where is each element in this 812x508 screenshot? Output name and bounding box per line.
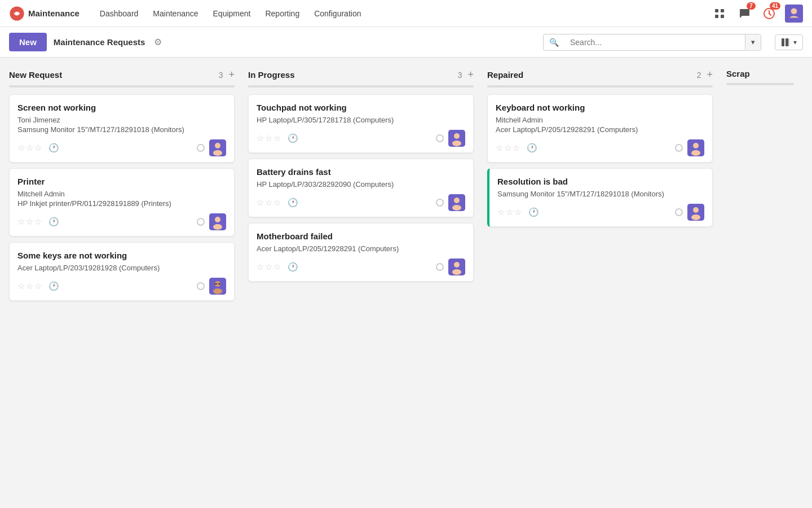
col-add-in-progress[interactable]: + (467, 69, 474, 81)
card-footer-left: ☆ ☆ ☆ 🕐 (257, 262, 298, 272)
app-logo[interactable]: Maintenance (9, 6, 80, 21)
star-1[interactable]: ☆ (17, 281, 25, 291)
card-footer-right (436, 130, 465, 147)
settings-icon[interactable]: ⚙ (154, 37, 162, 47)
card-footer-right (675, 139, 704, 156)
svg-rect-10 (789, 17, 798, 23)
card-stars[interactable]: ☆ ☆ ☆ (496, 143, 520, 153)
star-2[interactable]: ☆ (265, 198, 272, 208)
card-stars[interactable]: ☆ ☆ ☆ (257, 198, 281, 208)
star-3[interactable]: ☆ (34, 143, 42, 153)
star-3[interactable]: ☆ (34, 217, 42, 227)
svg-point-30 (452, 205, 461, 211)
card-title: Motherboard failed (257, 231, 465, 241)
star-1[interactable]: ☆ (17, 143, 25, 153)
card-avatar (448, 259, 465, 275)
star-2[interactable]: ☆ (26, 143, 33, 153)
card-motherboard[interactable]: Motherboard failed Acer Laptop/LP/205/12… (248, 223, 474, 282)
card-radio[interactable] (675, 208, 683, 216)
search-dropdown-btn[interactable]: ▾ (745, 34, 761, 50)
grid-icon-btn[interactable] (710, 5, 729, 23)
topnav-right: 7 41 (710, 5, 803, 23)
star-2[interactable]: ☆ (26, 217, 33, 227)
chat-icon-btn[interactable]: 7 (735, 5, 753, 23)
card-clock[interactable]: 🕐 (288, 133, 298, 143)
card-radio[interactable] (436, 134, 444, 142)
col-header-scrap: Scrap (726, 69, 794, 78)
svg-rect-4 (715, 15, 718, 18)
nav-equipment[interactable]: Equipment (206, 6, 258, 21)
card-some-keys[interactable]: Some keys are not working Acer Laptop/LP… (9, 242, 235, 301)
star-1[interactable]: ☆ (496, 143, 503, 153)
new-button[interactable]: New (9, 33, 47, 51)
card-stars[interactable]: ☆ ☆ ☆ (257, 133, 281, 143)
card-touchpad[interactable]: Touchpad not working HP Laptop/LP/305/17… (248, 94, 474, 153)
svg-point-1 (15, 12, 19, 15)
card-clock[interactable]: 🕐 (527, 143, 537, 153)
card-clock[interactable]: 🕐 (528, 207, 539, 217)
card-printer[interactable]: Printer Mitchell Admin HP Inkjet printer… (9, 168, 235, 237)
star-1[interactable]: ☆ (257, 198, 264, 208)
card-footer-left: ☆ ☆ ☆ 🕐 (257, 198, 298, 208)
star-2[interactable]: ☆ (265, 262, 272, 272)
card-equipment: Acer Laptop/LP/205/12928291 (Computers) (496, 125, 704, 134)
card-screen-not-working[interactable]: Screen not working Toni Jimenez Samsung … (9, 94, 235, 163)
card-clock[interactable]: 🕐 (48, 217, 59, 227)
svg-point-19 (213, 224, 222, 230)
card-clock[interactable]: 🕐 (288, 262, 298, 272)
card-radio[interactable] (675, 144, 683, 152)
star-3[interactable]: ☆ (273, 198, 281, 208)
card-radio[interactable] (197, 218, 205, 226)
star-1[interactable]: ☆ (497, 207, 505, 217)
col-add-new-request[interactable]: + (228, 69, 235, 81)
view-switcher[interactable]: ▾ (775, 34, 803, 50)
star-3[interactable]: ☆ (273, 133, 281, 143)
card-clock[interactable]: 🕐 (48, 281, 59, 291)
col-header-in-progress: In Progress 3 + (248, 69, 474, 81)
star-2[interactable]: ☆ (506, 207, 513, 217)
card-equipment: Samsung Monitor 15"/MT/127/18291018 (Mon… (497, 190, 704, 198)
star-2[interactable]: ☆ (504, 143, 511, 153)
nav-configuration[interactable]: Configuration (307, 6, 368, 21)
top-navbar: Maintenance Dashboard Maintenance Equipm… (0, 0, 812, 27)
card-stars[interactable]: ☆ ☆ ☆ (497, 207, 522, 217)
search-bar: 🔍 ▾ (543, 34, 761, 51)
nav-maintenance[interactable]: Maintenance (146, 6, 205, 21)
col-progress-in-progress (248, 85, 474, 87)
svg-point-26 (454, 133, 460, 139)
card-radio[interactable] (197, 144, 205, 152)
star-3[interactable]: ☆ (513, 143, 520, 153)
card-assignee: Toni Jimenez (17, 116, 226, 124)
star-2[interactable]: ☆ (265, 133, 272, 143)
card-stars[interactable]: ☆ ☆ ☆ (17, 281, 42, 291)
kanban-view-icon (781, 38, 790, 47)
card-stars[interactable]: ☆ ☆ ☆ (17, 143, 42, 153)
col-title-scrap: Scrap (726, 69, 750, 78)
chat-badge: 7 (747, 2, 756, 10)
card-equipment: HP Laptop/LP/303/28292090 (Computers) (257, 180, 465, 189)
svg-point-35 (693, 143, 699, 148)
clock-icon-btn[interactable]: 41 (760, 5, 778, 23)
card-resolution[interactable]: Resolution is bad Samsung Monitor 15"/MT… (487, 168, 713, 227)
card-stars[interactable]: ☆ ☆ ☆ (17, 217, 42, 227)
card-keyboard[interactable]: Keyboard not working Mitchell Admin Acer… (487, 94, 713, 163)
star-1[interactable]: ☆ (17, 217, 25, 227)
nav-dashboard[interactable]: Dashboard (93, 6, 145, 21)
card-battery[interactable]: Battery drains fast HP Laptop/LP/303/282… (248, 159, 474, 217)
star-3[interactable]: ☆ (34, 281, 42, 291)
card-radio[interactable] (436, 263, 444, 271)
col-add-repaired[interactable]: + (707, 69, 713, 81)
nav-reporting[interactable]: Reporting (258, 6, 306, 21)
card-radio[interactable] (436, 199, 444, 207)
star-2[interactable]: ☆ (26, 281, 33, 291)
user-avatar-btn[interactable] (785, 5, 803, 23)
star-3[interactable]: ☆ (514, 207, 522, 217)
card-clock[interactable]: 🕐 (48, 143, 59, 153)
star-1[interactable]: ☆ (257, 133, 264, 143)
search-input[interactable] (564, 34, 745, 50)
card-clock[interactable]: 🕐 (288, 198, 298, 208)
star-1[interactable]: ☆ (257, 262, 264, 272)
card-radio[interactable] (197, 282, 205, 290)
card-stars[interactable]: ☆ ☆ ☆ (257, 262, 281, 272)
star-3[interactable]: ☆ (273, 262, 281, 272)
